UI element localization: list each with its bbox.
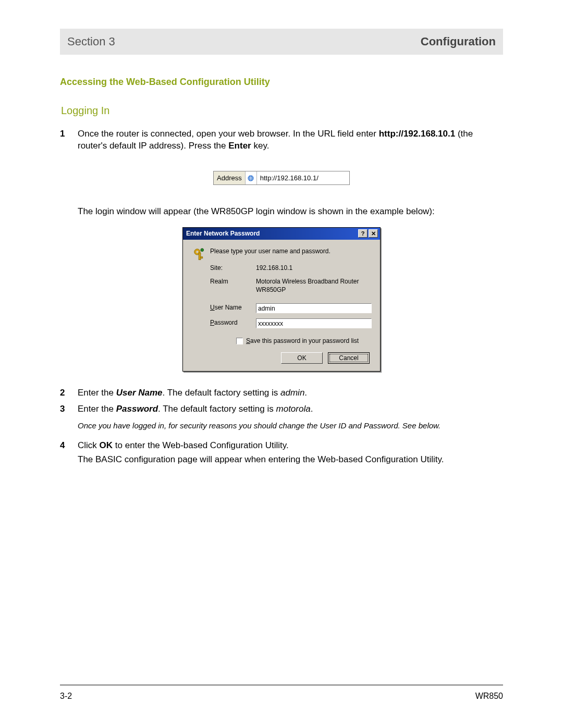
help-button[interactable]: ? (358, 229, 368, 238)
text: Enter the (78, 404, 116, 414)
dialog-title: Enter Network Password (186, 229, 260, 238)
realm-value: Motorola Wireless Broadband Router WR850… (256, 277, 372, 294)
step-3: 3 Enter the Password. The default factor… (60, 403, 503, 415)
security-note: Once you have logged in, for security re… (78, 421, 503, 431)
heading-sub: Logging In (61, 104, 503, 118)
close-button[interactable]: ✕ (369, 229, 378, 238)
text: Password (116, 404, 158, 414)
key-icon (190, 247, 210, 263)
page-number: 3-2 (60, 690, 72, 702)
page-title: Configuration (421, 34, 496, 50)
url-bold: http://192.168.10.1 (379, 129, 455, 139)
heading-main: Accessing the Web-Based Configuration Ut… (60, 76, 503, 88)
login-dialog: Enter Network Password ? ✕ Please type y… (182, 227, 381, 372)
ie-icon (246, 171, 257, 185)
enter-key: Enter (228, 141, 251, 151)
step-body: Click OK to enter the Web-based Configur… (78, 440, 503, 466)
text: Enter the (78, 388, 116, 398)
step-1: 1 Once the router is connected, open you… (60, 128, 503, 152)
text: admin (280, 388, 304, 398)
text: to enter the Web-based Configuration Uti… (113, 440, 289, 450)
step-number: 4 (60, 440, 78, 466)
svg-rect-4 (201, 256, 203, 258)
username-label: User Name (210, 303, 256, 312)
dialog-titlebar: Enter Network Password ? ✕ (183, 228, 380, 239)
text: User Name (116, 388, 163, 398)
address-label: Address (214, 171, 246, 185)
address-url[interactable]: http://192.168.10.1/ (257, 171, 349, 185)
text: . The default factory setting is (163, 388, 280, 398)
step-number: 2 (60, 387, 78, 399)
cancel-button[interactable]: Cancel (328, 352, 370, 364)
svg-rect-3 (199, 253, 201, 260)
text: OK (100, 440, 113, 450)
step-1-tail: The login window will appear (the WR850G… (78, 206, 503, 218)
step-number: 3 (60, 403, 78, 415)
section-header: Section 3 Configuration (60, 29, 503, 55)
text: . (311, 404, 313, 414)
page-footer: 3-2 WR850 (60, 685, 503, 702)
dialog-body: Please type your user name and password.… (183, 240, 380, 372)
text: The BASIC configuration page will appear… (78, 454, 444, 464)
svg-point-2 (196, 251, 198, 253)
text: Once the router is connected, open your … (78, 129, 379, 139)
site-value: 192.168.10.1 (256, 264, 372, 272)
browser-address-bar: Address http://192.168.10.1/ (213, 171, 350, 186)
password-input[interactable] (256, 318, 372, 328)
step-body: Once the router is connected, open your … (78, 128, 503, 152)
text: . The default factory setting is (158, 404, 276, 414)
step-body: Enter the Password. The default factory … (78, 403, 503, 415)
step-number: 1 (60, 128, 78, 152)
dialog-prompt: Please type your user name and password. (210, 247, 372, 255)
text: . (304, 388, 307, 398)
step-body: Enter the User Name. The default factory… (78, 387, 503, 399)
model-number: WR850 (475, 690, 503, 702)
step-2: 2 Enter the User Name. The default facto… (60, 387, 503, 399)
password-label: Password (210, 318, 256, 327)
realm-label: Realm (210, 277, 256, 286)
text: key. (251, 141, 270, 151)
text: Click (78, 440, 100, 450)
svg-point-5 (201, 248, 204, 251)
text: motorola (276, 404, 311, 414)
step-4: 4 Click OK to enter the Web-based Config… (60, 440, 503, 466)
ok-button[interactable]: OK (281, 352, 323, 364)
site-label: Site: (210, 264, 256, 272)
section-label: Section 3 (67, 34, 115, 50)
save-password-label: Save this password in your password list (246, 337, 359, 345)
save-password-checkbox[interactable] (236, 338, 243, 344)
username-input[interactable] (256, 303, 372, 313)
